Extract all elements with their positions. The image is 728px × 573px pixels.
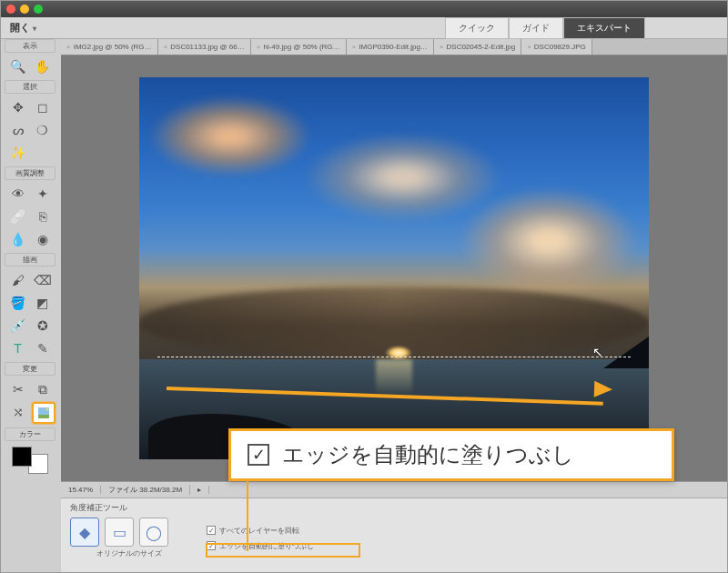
photo-cloud bbox=[458, 186, 640, 296]
document-tab-bar: ×IMG2.jpg @ 50% (RG… ×DSC01133.jpg @ 66…… bbox=[61, 39, 727, 55]
svg-rect-0 bbox=[38, 415, 49, 418]
doc-tab-5[interactable]: ×DSC09829.JPG bbox=[521, 39, 592, 55]
photo-cloud bbox=[148, 96, 312, 177]
close-icon[interactable]: × bbox=[527, 43, 531, 51]
status-menu-arrow[interactable]: ▸ bbox=[190, 486, 209, 494]
zoom-level[interactable]: 15.47% bbox=[61, 486, 101, 494]
section-view: 表示 bbox=[5, 39, 56, 53]
canvas-expand-button[interactable]: ◯ bbox=[139, 518, 168, 547]
healing-tool[interactable]: 🩹 bbox=[7, 206, 29, 226]
crop-tool[interactable]: ✂ bbox=[7, 379, 29, 399]
doc-tab-0[interactable]: ×IMG2.jpg @ 50% (RG… bbox=[61, 39, 158, 55]
callout-leader-line bbox=[247, 480, 248, 551]
quick-select-tool[interactable]: ❍ bbox=[32, 120, 54, 140]
minimize-window-button[interactable] bbox=[20, 5, 29, 14]
content-move-tool[interactable]: ⤭ bbox=[7, 402, 29, 422]
move-tool[interactable]: ✥ bbox=[7, 97, 29, 117]
app-menubar: 開く▾ クイック ガイド エキスパート bbox=[1, 17, 727, 39]
tool-options-panel: 角度補正ツール ◆ ▭ ◯ オリジナルのサイズ ✓ すべてのレイヤーを回転 ✓ … bbox=[61, 498, 727, 572]
close-icon[interactable]: × bbox=[440, 43, 444, 51]
close-icon[interactable]: × bbox=[66, 43, 71, 51]
section-modify: 変更 bbox=[5, 362, 56, 376]
file-size-info: ファイル 38.2M/38.2M bbox=[101, 485, 190, 495]
magic-wand-tool[interactable]: ✨ bbox=[7, 143, 29, 163]
checkbox-icon: ✓ bbox=[207, 541, 216, 550]
zoom-tool[interactable]: 🔍 bbox=[7, 56, 29, 76]
gradient-tool[interactable]: ◩ bbox=[32, 293, 54, 313]
foreground-color-swatch[interactable] bbox=[12, 447, 32, 467]
mode-guide-tab[interactable]: ガイド bbox=[509, 17, 563, 39]
whiten-tool[interactable]: ✦ bbox=[32, 184, 54, 204]
redeye-tool[interactable]: 👁 bbox=[7, 184, 29, 204]
doc-tab-2[interactable]: ×hi-49.jpg @ 50% (RG… bbox=[251, 39, 347, 55]
recompose-tool[interactable]: ⧉ bbox=[32, 379, 54, 399]
window-titlebar bbox=[1, 1, 727, 17]
brush-tool[interactable]: 🖌 bbox=[7, 270, 29, 290]
canvas-crop-button[interactable]: ▭ bbox=[105, 518, 134, 547]
option-sublabel: オリジナルのサイズ bbox=[70, 548, 188, 558]
photo-reflection bbox=[376, 359, 412, 396]
type-tool[interactable]: T bbox=[7, 338, 29, 358]
close-icon[interactable]: × bbox=[164, 43, 168, 51]
mode-quick-tab[interactable]: クイック bbox=[445, 17, 509, 39]
callout-box: ✓ エッジを自動的に塗りつぶし bbox=[228, 428, 674, 481]
status-bar: 15.47% ファイル 38.2M/38.2M ▸ bbox=[61, 481, 727, 498]
section-enhance: 画質調整 bbox=[5, 166, 56, 180]
doc-tab-3[interactable]: ×IMGP0390-Edit.jpg… bbox=[347, 39, 434, 55]
blur-tool[interactable]: 💧 bbox=[7, 229, 29, 249]
doc-tab-1[interactable]: ×DSC01133.jpg @ 66… bbox=[158, 39, 251, 55]
checkbox-checked-icon: ✓ bbox=[248, 444, 269, 466]
zoom-window-button[interactable] bbox=[34, 5, 43, 14]
clone-tool[interactable]: ⎘ bbox=[32, 206, 54, 226]
color-swatches[interactable] bbox=[12, 447, 48, 474]
document-image[interactable]: ↖ bbox=[139, 77, 649, 459]
tool-options-title: 角度補正ツール bbox=[70, 502, 718, 514]
chevron-down-icon: ▾ bbox=[33, 25, 36, 33]
shape-tool[interactable]: ✪ bbox=[32, 316, 54, 336]
canvas-original-button[interactable]: ◆ bbox=[70, 518, 99, 547]
open-menu[interactable]: 開く▾ bbox=[10, 21, 36, 35]
section-select: 選択 bbox=[5, 80, 56, 94]
sponge-tool[interactable]: ◉ bbox=[32, 229, 54, 249]
tool-panel: 表示 🔍 ✋ 選択 ✥ ◻ ᔕ ❍ ✨ 画質調整 👁 ✦ 🩹 ⎘ 💧 ◉ 描画 … bbox=[3, 39, 57, 474]
close-icon[interactable]: × bbox=[257, 43, 261, 51]
arrow-head-icon bbox=[594, 381, 613, 398]
eraser-tool[interactable]: ⌫ bbox=[32, 270, 54, 290]
photo-landform bbox=[603, 337, 649, 368]
autofill-edges-checkbox[interactable]: ✓ エッジを自動的に塗りつぶし bbox=[207, 541, 314, 551]
doc-tab-4[interactable]: ×DSC02045-2-Edit.jpg bbox=[434, 39, 521, 55]
hand-tool[interactable]: ✋ bbox=[32, 56, 54, 76]
close-window-button[interactable] bbox=[6, 5, 15, 14]
rotate-all-layers-label: すべてのレイヤーを回転 bbox=[219, 526, 299, 536]
fill-tool[interactable]: 🪣 bbox=[7, 293, 29, 313]
section-draw: 描画 bbox=[5, 253, 56, 266]
straighten-tool[interactable] bbox=[32, 402, 56, 424]
autofill-edges-label: エッジを自動的に塗りつぶし bbox=[219, 541, 314, 551]
photo-sun bbox=[385, 346, 412, 360]
pencil-tool[interactable]: ✎ bbox=[32, 338, 54, 358]
mode-tabs: クイック ガイド エキスパート bbox=[445, 17, 645, 39]
eyedropper-tool[interactable]: 💉 bbox=[7, 316, 29, 336]
canvas-area[interactable]: ↖ bbox=[61, 55, 727, 481]
mode-expert-tab[interactable]: エキスパート bbox=[563, 17, 645, 39]
cursor-icon: ↖ bbox=[592, 345, 603, 359]
lasso-tool[interactable]: ᔕ bbox=[7, 120, 29, 140]
horizon-guide-line bbox=[157, 357, 631, 357]
close-icon[interactable]: × bbox=[352, 43, 357, 51]
marquee-tool[interactable]: ◻ bbox=[32, 97, 54, 117]
checkbox-icon: ✓ bbox=[207, 526, 216, 535]
section-color: カラー bbox=[5, 427, 56, 441]
rotate-all-layers-checkbox[interactable]: ✓ すべてのレイヤーを回転 bbox=[207, 526, 314, 536]
svg-point-2 bbox=[46, 408, 48, 411]
callout-text: エッジを自動的に塗りつぶし bbox=[282, 440, 574, 469]
